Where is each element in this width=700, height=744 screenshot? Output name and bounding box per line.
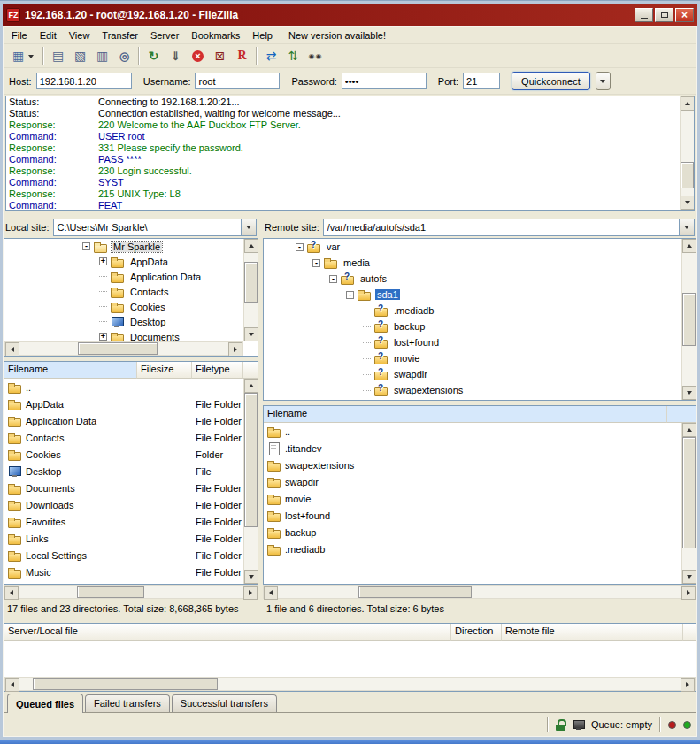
file-row[interactable]: AppData File Folder <box>4 395 243 412</box>
tree-item[interactable]: Mr Sparkle <box>4 239 258 254</box>
local-site-value[interactable]: C:\Users\Mr Sparkle\ <box>54 222 241 233</box>
scroll-right-button[interactable] <box>681 678 695 692</box>
tree-item[interactable]: .mediadb <box>264 303 696 318</box>
column-header[interactable]: Filename <box>4 362 137 379</box>
refresh-button[interactable] <box>142 46 165 66</box>
local-list-hscrollbar[interactable] <box>4 585 258 599</box>
disconnect-button[interactable] <box>209 46 231 66</box>
toggle-log-button[interactable] <box>47 46 69 66</box>
tree-item[interactable]: backup <box>264 318 696 334</box>
file-row[interactable]: Downloads File Folder <box>4 496 243 513</box>
close-button[interactable] <box>675 8 694 22</box>
remote-site-value[interactable]: /var/media/autofs/sda1 <box>324 222 679 233</box>
file-row[interactable]: Contacts File Folder <box>4 429 243 446</box>
scroll-left-button[interactable] <box>4 586 19 600</box>
tree-expander[interactable] <box>99 333 107 341</box>
tree-expander[interactable] <box>99 303 107 311</box>
reconnect-button[interactable] <box>231 46 253 66</box>
quickconnect-dropdown-button[interactable] <box>596 72 611 90</box>
tree-item[interactable]: lost+found <box>264 334 696 350</box>
tree-item[interactable]: movie <box>264 350 696 366</box>
file-row[interactable]: Favorites File Folder <box>4 513 243 530</box>
combo-arrow-button[interactable] <box>241 219 256 235</box>
tree-item[interactable]: media <box>264 255 696 271</box>
file-row[interactable]: swapextensions <box>264 456 681 473</box>
file-row[interactable]: backup <box>264 524 681 541</box>
tree-expander[interactable] <box>363 371 371 379</box>
username-input[interactable] <box>195 73 280 89</box>
synchronized-browsing-button[interactable] <box>282 46 304 66</box>
cancel-button[interactable] <box>187 46 209 66</box>
tree-item[interactable]: Desktop <box>4 314 258 329</box>
minimize-button[interactable] <box>635 8 653 22</box>
menu-item[interactable]: File <box>5 28 34 42</box>
file-row[interactable]: Documents File Folder <box>4 479 243 496</box>
tree-item[interactable]: dvd <box>264 398 696 401</box>
file-row[interactable]: .. <box>4 379 243 395</box>
scroll-down-button[interactable] <box>682 386 696 400</box>
scroll-down-button[interactable] <box>681 196 695 210</box>
file-row[interactable]: .mediadb <box>264 541 681 557</box>
tree-expander[interactable] <box>363 339 371 347</box>
tree-expander[interactable] <box>99 257 107 265</box>
menu-item[interactable]: View <box>63 28 96 42</box>
remote-tree-scrollbar[interactable] <box>681 239 696 400</box>
tree-expander[interactable] <box>99 272 107 280</box>
maximize-button[interactable] <box>655 8 673 22</box>
tree-expander[interactable] <box>363 323 371 331</box>
tree-expander[interactable] <box>329 275 337 283</box>
local-list-scrollbar[interactable] <box>243 379 258 584</box>
scroll-down-button[interactable] <box>682 570 696 584</box>
menu-item[interactable]: Transfer <box>96 28 144 42</box>
remote-site-combobox[interactable]: /var/media/autofs/sda1 <box>323 219 695 236</box>
queue-hscrollbar[interactable] <box>4 677 696 691</box>
file-row[interactable]: Local Settings File Folder <box>4 547 243 564</box>
file-row[interactable]: Links File Folder <box>4 530 243 547</box>
remote-list-hscrollbar[interactable] <box>263 585 696 599</box>
scroll-left-button[interactable] <box>264 586 278 600</box>
file-row[interactable]: Cookies Folder <box>4 446 243 463</box>
log-scrollbar[interactable] <box>680 96 694 210</box>
find-files-button[interactable] <box>304 46 327 66</box>
tree-item[interactable]: Contacts <box>4 284 258 299</box>
file-row[interactable]: Application Data File Folder <box>4 412 243 429</box>
tree-item[interactable]: swapextensions <box>264 382 696 398</box>
tree-expander[interactable] <box>99 288 107 295</box>
remote-list-scrollbar[interactable] <box>681 423 696 584</box>
toggle-queue-button[interactable] <box>113 46 135 66</box>
compare-directories-button[interactable] <box>260 46 282 66</box>
scroll-right-button[interactable] <box>243 586 258 600</box>
menu-item[interactable]: Bookmarks <box>185 28 246 42</box>
local-site-combobox[interactable]: C:\Users\Mr Sparkle\ <box>53 219 257 236</box>
tree-expander[interactable] <box>99 318 107 326</box>
menu-item[interactable]: Help <box>246 28 279 42</box>
tree-expander[interactable] <box>346 291 354 299</box>
file-row[interactable]: .. <box>264 423 681 440</box>
toggle-local-tree-button[interactable] <box>69 46 91 66</box>
local-tree-hscrollbar[interactable] <box>4 341 243 356</box>
scroll-up-button[interactable] <box>682 423 696 437</box>
quickconnect-button[interactable]: Quickconnect <box>512 72 590 90</box>
tree-item[interactable]: swapdir <box>264 366 696 382</box>
tree-expander[interactable] <box>363 307 371 315</box>
toggle-remote-tree-button[interactable] <box>91 46 113 66</box>
tree-item[interactable]: autofs <box>264 271 696 287</box>
scroll-up-button[interactable] <box>681 96 695 111</box>
menu-item[interactable]: Server <box>144 28 185 42</box>
tree-item[interactable]: var <box>264 239 696 255</box>
tree-expander[interactable] <box>363 387 371 395</box>
password-input[interactable] <box>342 73 427 89</box>
file-row[interactable]: lost+found <box>264 507 681 524</box>
file-row[interactable]: swapdir <box>264 473 681 490</box>
scroll-left-button[interactable] <box>5 678 19 692</box>
queue-column-header[interactable]: Server/Local file <box>4 624 451 641</box>
tree-item[interactable]: Cookies <box>4 299 258 314</box>
file-row[interactable]: movie <box>264 490 681 507</box>
tree-expander[interactable] <box>312 259 320 267</box>
transfer-tab[interactable]: Failed transfers <box>85 694 170 712</box>
column-header[interactable]: Filename <box>264 406 667 423</box>
local-tree-scrollbar[interactable] <box>243 239 258 341</box>
column-header[interactable]: Filesize <box>137 362 192 379</box>
tree-expander[interactable] <box>82 242 90 250</box>
port-input[interactable] <box>463 73 500 89</box>
